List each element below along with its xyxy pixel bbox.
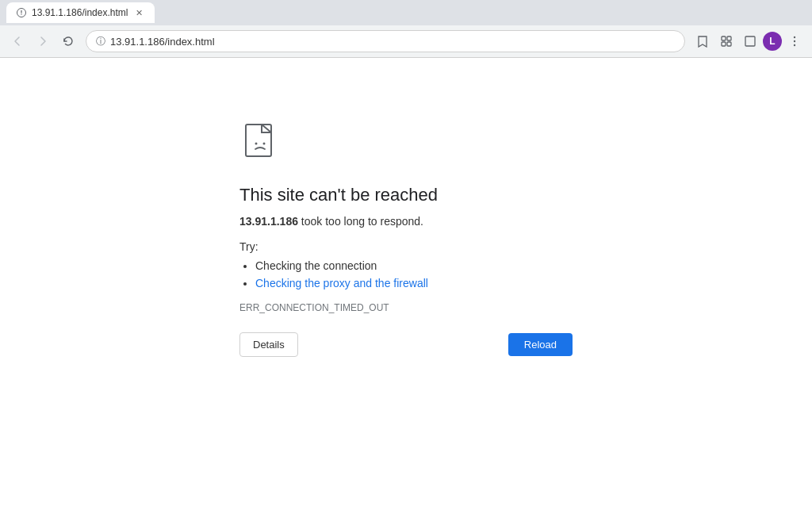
reload-button[interactable]: Reload — [508, 333, 573, 356]
error-subtitle: 13.91.1.186 took too long to respond. — [239, 215, 573, 228]
button-row: Details Reload — [239, 332, 573, 357]
reload-stop-button[interactable] — [57, 30, 79, 52]
svg-rect-7 — [745, 36, 755, 46]
bookmark-button[interactable] — [691, 30, 714, 52]
suggestion-item-proxy: Checking the proxy and the firewall — [255, 277, 573, 289]
error-icon — [239, 121, 573, 169]
forward-button[interactable] — [32, 30, 54, 52]
extensions-button[interactable] — [715, 30, 737, 52]
svg-rect-5 — [722, 42, 726, 46]
svg-rect-6 — [727, 42, 731, 46]
profile-avatar[interactable]: L — [763, 32, 782, 51]
error-ip: 13.91.1.186 — [239, 215, 298, 228]
svg-rect-3 — [722, 36, 726, 40]
svg-point-8 — [794, 36, 795, 38]
details-button[interactable]: Details — [239, 332, 298, 357]
address-bar[interactable]: ⓘ 13.91.1.186/index.html — [86, 30, 685, 52]
error-subtitle-text: took too long to respond. — [298, 215, 423, 228]
svg-point-9 — [794, 40, 795, 42]
svg-point-14 — [263, 143, 266, 145]
menu-button[interactable] — [783, 30, 806, 52]
title-bar: 13.91.1.186/index.html ✕ — [0, 0, 812, 25]
svg-point-10 — [794, 44, 795, 46]
try-label: Try: — [239, 240, 573, 253]
svg-line-12 — [262, 125, 271, 132]
suggestion-proxy-link[interactable]: Checking the proxy and the firewall — [255, 277, 428, 289]
address-security-icon: ⓘ — [96, 35, 105, 48]
tab-favicon — [16, 7, 27, 18]
suggestion-connection-text: Checking the connection — [255, 259, 377, 272]
suggestions-list: Checking the connection Checking the pro… — [239, 259, 573, 289]
tab-close-button[interactable]: ✕ — [132, 6, 145, 19]
browser-chrome: 13.91.1.186/index.html ✕ ⓘ 13.91. — [0, 0, 812, 58]
back-button[interactable] — [6, 30, 29, 52]
error-title: This site can't be reached — [239, 185, 573, 205]
svg-point-13 — [255, 143, 258, 145]
toolbar: ⓘ 13.91.1.186/index.html — [0, 25, 812, 57]
svg-point-2 — [21, 13, 21, 14]
browser-tab[interactable]: 13.91.1.186/index.html ✕ — [6, 2, 155, 23]
suggestion-item-connection: Checking the connection — [255, 259, 573, 272]
error-code: ERR_CONNECTION_TIMED_OUT — [239, 302, 573, 313]
address-url: 13.91.1.186/index.html — [110, 36, 215, 48]
toolbar-actions: L — [691, 30, 806, 52]
page-content: This site can't be reached 13.91.1.186 t… — [0, 58, 812, 506]
error-container: This site can't be reached 13.91.1.186 t… — [239, 121, 573, 506]
avatar-letter: L — [769, 36, 775, 47]
tab-title: 13.91.1.186/index.html — [32, 7, 128, 18]
window-button[interactable] — [739, 30, 761, 52]
svg-rect-4 — [727, 36, 731, 40]
